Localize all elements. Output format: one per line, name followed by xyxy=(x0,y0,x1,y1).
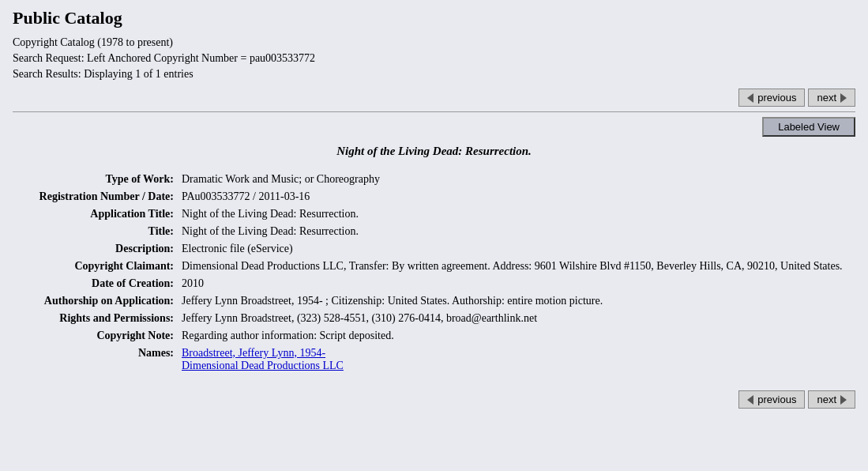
bottom-next-label: next xyxy=(817,394,836,405)
field-value: 2010 xyxy=(178,275,855,292)
field-label: Copyright Claimant: xyxy=(13,258,178,275)
left-arrow-icon xyxy=(747,93,753,103)
field-label: Title: xyxy=(13,223,178,240)
top-nav-row: previous next xyxy=(13,89,855,107)
names-value: Broadstreet, Jeffery Lynn, 1954-Dimensio… xyxy=(178,345,855,375)
top-next-button[interactable]: next xyxy=(808,89,855,107)
subtitle-copyright: Copyright Catalog (1978 to present) xyxy=(13,36,855,49)
labeled-view-button[interactable]: Labeled View xyxy=(762,117,855,137)
page-title: Public Catalog xyxy=(13,8,855,28)
field-label: Application Title: xyxy=(13,205,178,223)
field-value: PAu003533772 / 2011-03-16 xyxy=(178,188,855,205)
names-label: Names: xyxy=(13,345,178,375)
names-row: Names:Broadstreet, Jeffery Lynn, 1954-Di… xyxy=(13,345,855,375)
field-label: Type of Work: xyxy=(13,171,178,188)
field-label: Copyright Note: xyxy=(13,327,178,345)
table-row: Copyright Claimant:Dimensional Dead Prod… xyxy=(13,258,855,275)
field-label: Registration Number / Date: xyxy=(13,188,178,205)
field-value: Night of the Living Dead: Resurrection. xyxy=(178,223,855,240)
field-value: Night of the Living Dead: Resurrection. xyxy=(178,205,855,223)
subtitle-search-results: Search Results: Displaying 1 of 1 entrie… xyxy=(13,68,855,81)
field-value: Dimensional Dead Productions LLC, Transf… xyxy=(178,258,855,275)
record-title: Night of the Living Dead: Resurrection. xyxy=(13,145,855,158)
table-row: Type of Work:Dramatic Work and Music; or… xyxy=(13,171,855,188)
table-row: Description:Electronic file (eService) xyxy=(13,240,855,258)
field-label: Authorship on Application: xyxy=(13,292,178,310)
table-row: Rights and Permissions:Jeffery Lynn Broa… xyxy=(13,310,855,327)
bottom-previous-button[interactable]: previous xyxy=(738,390,805,409)
top-previous-label: previous xyxy=(757,92,796,104)
top-previous-button[interactable]: previous xyxy=(738,89,805,107)
table-row: Date of Creation:2010 xyxy=(13,275,855,292)
table-row: Title:Night of the Living Dead: Resurrec… xyxy=(13,223,855,240)
fields-table: Type of Work:Dramatic Work and Music; or… xyxy=(13,171,855,375)
names-link[interactable]: Dimensional Dead Productions LLC xyxy=(182,360,344,371)
labeled-view-row: Labeled View xyxy=(13,117,855,137)
table-row: Copyright Note:Regarding author informat… xyxy=(13,327,855,345)
names-link[interactable]: Broadstreet, Jeffery Lynn, 1954- xyxy=(182,347,325,359)
field-value: Regarding author information: Script dep… xyxy=(178,327,855,345)
bottom-previous-label: previous xyxy=(757,394,796,405)
field-label: Date of Creation: xyxy=(13,275,178,292)
bottom-right-arrow-icon xyxy=(840,395,847,405)
field-label: Rights and Permissions: xyxy=(13,310,178,327)
table-row: Application Title:Night of the Living De… xyxy=(13,205,855,223)
field-value: Jeffery Lynn Broadstreet, (323) 528-4551… xyxy=(178,310,855,327)
table-row: Registration Number / Date:PAu003533772 … xyxy=(13,188,855,205)
table-row: Authorship on Application:Jeffery Lynn B… xyxy=(13,292,855,310)
field-label: Description: xyxy=(13,240,178,258)
field-value: Electronic file (eService) xyxy=(178,240,855,258)
bottom-next-button[interactable]: next xyxy=(808,390,855,409)
right-arrow-icon xyxy=(840,93,847,103)
field-value: Dramatic Work and Music; or Choreography xyxy=(178,171,855,188)
top-divider xyxy=(13,111,855,112)
bottom-nav-row: previous next xyxy=(13,390,855,409)
bottom-left-arrow-icon xyxy=(747,395,753,405)
top-next-label: next xyxy=(817,92,836,104)
subtitle-search-request: Search Request: Left Anchored Copyright … xyxy=(13,52,855,65)
field-value: Jeffery Lynn Broadstreet, 1954- ; Citize… xyxy=(178,292,855,310)
